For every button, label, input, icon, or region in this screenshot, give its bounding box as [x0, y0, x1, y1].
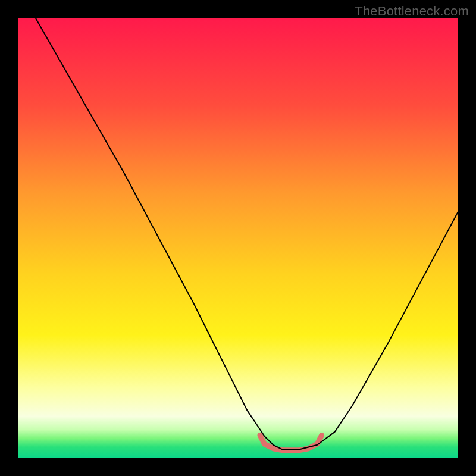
curve-layer	[18, 18, 458, 458]
bottleneck-curve	[36, 18, 458, 449]
plot-area	[18, 18, 458, 458]
watermark-text: TheBottleneck.com	[355, 4, 469, 19]
optimal-zone-marker	[260, 436, 322, 450]
chart-frame: TheBottleneck.com	[0, 0, 476, 476]
